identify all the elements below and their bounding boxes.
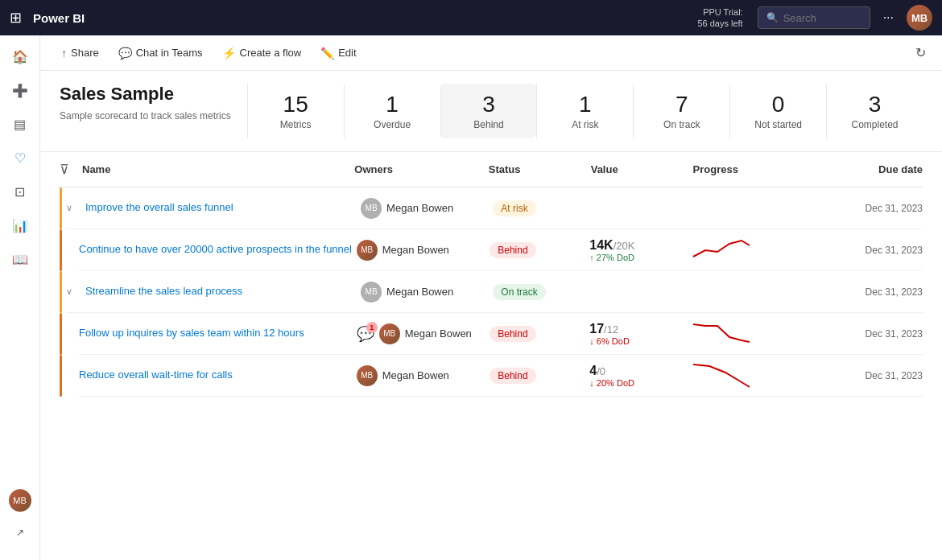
share-button[interactable]: ↑ Share [53,43,107,63]
topbar: ⊞ Power BI PPU Trial: 56 days left 🔍 ···… [0,0,942,35]
scorecard-card-not-started[interactable]: 0Not started [729,84,826,138]
scorecard-subtitle: Sample scorecard to track sales metrics [60,109,231,123]
row-1-status: At risk [493,200,592,216]
row-3-name[interactable]: Streamline the sales lead process [85,278,361,305]
create-flow-button[interactable]: ⚡ Create a flow [214,43,310,63]
more-options-button[interactable]: ··· [883,10,894,25]
teams-icon: 💬 [118,47,132,60]
row-4-owners: 💬 1 MB Megan Bowen [357,323,490,344]
toolbar: ↑ Share 💬 Chat in Teams ⚡ Create a flow … [40,35,942,71]
metrics-table: ⊽ Name Owners Status Value Progress Due … [40,152,942,397]
row-5-name[interactable]: Reduce overall wait-time for calls [79,361,357,389]
col-duedate-header: Due date [827,163,923,175]
owner-avatar: MB [379,323,400,344]
sidebar-item-learn[interactable]: 📖 [6,245,35,274]
expand-icon[interactable]: ∨ [66,286,79,297]
col-status-header: Status [489,163,585,175]
row-5-progress [689,360,822,392]
sidebar-item-expand[interactable]: ↗ [6,518,35,547]
scorecard-title: Sales Sample [60,84,231,105]
row-3-owners: MB Megan Bowen [361,282,493,303]
search-icon: 🔍 [766,12,779,23]
scorecard-header: Sales Sample Sample scorecard to track s… [40,71,942,152]
scorecard-card-at-risk[interactable]: 1At risk [536,84,633,138]
owner-name: Megan Bowen [405,327,472,340]
owner-avatar: MB [361,282,382,303]
scorecard-cards: 15Metrics1Overdue3Behind1At risk7On trac… [247,84,923,138]
expand-icon[interactable]: ∨ [66,203,79,213]
row-5-duedate: Dec 31, 2023 [823,370,923,381]
row-4-value: 17/12 ↓ 6% DoD [589,322,689,346]
grid-icon[interactable]: ⊞ [10,9,22,27]
row-4-progress [689,318,822,350]
edit-icon: ✏️ [320,47,334,60]
search-box[interactable]: 🔍 [758,6,870,29]
sidebar: 🏠 ➕ ▤ ♡ ⊡ 📊 📖 MB ↗ [0,35,40,560]
row-accent [60,355,62,397]
share-icon: ↑ [61,47,67,60]
status-badge: On track [493,284,545,300]
owner-name: Megan Bowen [386,202,453,214]
chat-in-teams-button[interactable]: 💬 Chat in Teams [110,43,211,63]
row-5-status: Behind [490,368,589,384]
status-badge: At risk [493,200,535,216]
table-row-1: ∨ Improve the overall sales funnel MB Me… [66,187,923,229]
sidebar-item-metrics[interactable]: 📊 [6,211,35,240]
flow-icon: ⚡ [222,47,236,60]
table-row: ∨ Streamline the sales lead process MB M… [60,271,923,313]
progress-chart [689,360,754,389]
sidebar-item-apps[interactable]: ⊡ [6,177,35,206]
sidebar-item-favorites[interactable]: ♡ [6,143,35,172]
main-content: Sales Sample Sample scorecard to track s… [40,71,942,560]
owner-name: Megan Bowen [382,369,449,381]
row-1-owners: MB Megan Bowen [361,198,493,219]
row-accent [60,187,62,229]
row-2-name[interactable]: Continue to have over 20000 active prosp… [79,236,357,263]
scorecard-card-overdue[interactable]: 1Overdue [344,84,440,138]
scorecard-card-on-track[interactable]: 7On track [633,84,729,138]
row-2-duedate: Dec 31, 2023 [823,245,923,256]
row-accent [60,229,62,271]
col-value-header: Value [591,163,687,175]
progress-chart [689,318,754,347]
table-row-3: ∨ Streamline the sales lead process MB M… [66,271,923,313]
row-1-duedate: Dec 31, 2023 [824,203,923,214]
row-4-duedate: Dec 31, 2023 [823,328,923,340]
refresh-button[interactable]: ↻ [912,42,929,64]
content-area: 🏠 ➕ ▤ ♡ ⊡ 📊 📖 MB ↗ ↑ Share 💬 Chat in Tea… [0,35,942,560]
sidebar-item-browse[interactable]: ▤ [6,109,35,138]
scorecard-card-behind[interactable]: 3Behind [440,84,537,138]
trial-info: PPU Trial: 56 days left [697,6,742,30]
avatar[interactable]: MB [907,5,932,31]
filter-icon[interactable]: ⊽ [60,162,69,177]
owner-avatar: MB [357,240,378,261]
notification-badge: 1 [366,322,378,333]
status-badge: Behind [490,368,535,384]
search-input[interactable] [783,12,861,24]
row-5-owners: MB Megan Bowen [357,365,490,386]
table-header: ⊽ Name Owners Status Value Progress Due … [60,152,923,187]
app-logo: Power BI [33,11,689,25]
scorecard-title-block: Sales Sample Sample scorecard to track s… [60,84,247,138]
row-2-owners: MB Megan Bowen [357,240,490,261]
row-4-name[interactable]: Follow up inquires by sales team within … [79,319,357,347]
col-progress-header: Progress [693,163,821,175]
status-badge: Behind [490,326,535,342]
row-1-name[interactable]: Improve the overall sales funnel [85,194,361,221]
table-row: Follow up inquires by sales team within … [60,313,923,355]
owner-avatar: MB [361,198,382,219]
col-owners-header: Owners [354,163,482,175]
row-2-value: 14K/20K ↑ 27% DoD [589,238,689,262]
sidebar-item-create[interactable]: ➕ [6,76,35,105]
row-3-status: On track [493,284,592,300]
owner-avatar: MB [357,365,378,386]
row-5-value: 4/0 ↓ 20% DoD [589,364,689,388]
sidebar-item-home[interactable]: 🏠 [6,42,35,71]
table-row: Continue to have over 20000 active prosp… [60,229,923,271]
scorecard-card-metrics[interactable]: 15Metrics [247,84,344,138]
row-2-progress [689,234,822,266]
scorecard-card-completed[interactable]: 3Completed [826,84,923,138]
edit-button[interactable]: ✏️ Edit [312,43,364,63]
sidebar-avatar[interactable]: MB [9,489,31,512]
row-accent [60,271,62,313]
